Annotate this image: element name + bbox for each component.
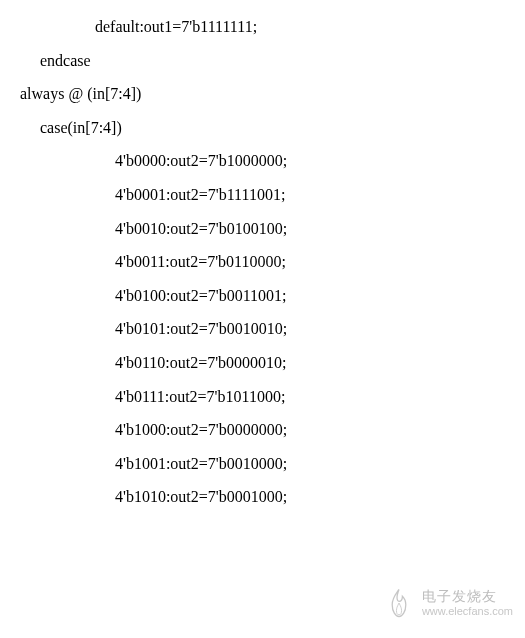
code-line: 4'b0001:out2=7'b1111001; [0,178,525,212]
watermark-url: www.elecfans.com [422,605,513,617]
code-line: 4'b0110:out2=7'b0000010; [0,346,525,380]
code-line: 4'b1000:out2=7'b0000000; [0,413,525,447]
watermark-text: 电子发烧友 www.elecfans.com [422,589,513,616]
flame-icon [382,586,416,620]
code-line: 4'b0000:out2=7'b1000000; [0,144,525,178]
code-line: 4'b0010:out2=7'b0100100; [0,212,525,246]
code-line: 4'b1001:out2=7'b0010000; [0,447,525,481]
code-line: 4'b0101:out2=7'b0010010; [0,312,525,346]
code-block: default:out1=7'b1111111; endcase always … [0,0,525,514]
watermark-title: 电子发烧友 [422,589,513,604]
code-line: 4'b0100:out2=7'b0011001; [0,279,525,313]
code-line: default:out1=7'b1111111; [0,10,525,44]
code-line: 4'b1010:out2=7'b0001000; [0,480,525,514]
watermark: 电子发烧友 www.elecfans.com [382,586,513,620]
code-line: always @ (in[7:4]) [0,77,525,111]
code-line: 4'b0011:out2=7'b0110000; [0,245,525,279]
code-line: endcase [0,44,525,78]
code-line: case(in[7:4]) [0,111,525,145]
code-line: 4'b0111:out2=7'b1011000; [0,380,525,414]
